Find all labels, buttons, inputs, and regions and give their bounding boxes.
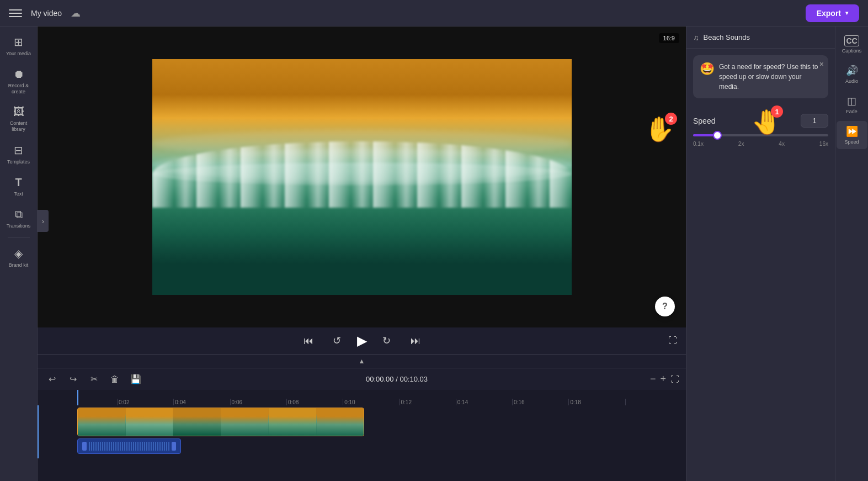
audio-icon: 🔊 [846, 65, 858, 77]
tooltip-popup: × 🤩 Got a need for speed? Use this to sp… [693, 55, 828, 98]
record-create-icon: ⏺ [13, 68, 24, 81]
speed-header: Speed [693, 114, 828, 128]
sound-bar: ♫ Beach Sounds [686, 27, 835, 49]
delete-button[interactable]: 🗑 [107, 372, 123, 387]
export-button[interactable]: Export ▾ [806, 4, 859, 22]
speed-icon-label: Speed [844, 139, 859, 145]
speed-mark-16x: 16x [819, 141, 828, 147]
playback-controls: ⏮ ↺ ▶ ↻ ⏭ ⛶ [38, 327, 686, 354]
cloud-save-icon: ☁ [71, 7, 81, 19]
menu-icon[interactable] [9, 7, 22, 20]
ruler-mark-002: 0:02 [117, 399, 173, 405]
music-icon: ♫ [693, 33, 699, 42]
sidebar-label-record-create: Record &create [8, 83, 29, 95]
video-canvas [152, 59, 572, 295]
speed-panel-item[interactable]: ⏩ Speed [837, 121, 867, 149]
speed-slider-container [693, 134, 828, 136]
your-media-icon: ⊞ [14, 35, 23, 49]
right-icons-bar: CC Captions 🔊 Audio ◫ Fade ⏩ Speed [835, 27, 868, 481]
wave-detail-2 [152, 163, 572, 185]
audio-drag-handle-right[interactable] [172, 442, 176, 451]
main-content: ⊞ Your media ⏺ Record &create 🖼 Contentl… [0, 27, 868, 481]
timeline-fullscreen-button[interactable]: ⛶ [670, 374, 679, 384]
ruler-mark-018: 0:18 [568, 399, 625, 405]
sidebar-divider [8, 237, 30, 238]
audio-panel-item[interactable]: 🔊 Audio [837, 60, 867, 88]
sidebar-item-content-library[interactable]: 🖼 Contentlibrary [2, 101, 35, 137]
audio-drag-handle-left[interactable] [82, 442, 87, 451]
aspect-ratio-badge: 16:9 [659, 33, 679, 43]
topbar: My video ☁ Export ▾ [0, 0, 868, 27]
undo-button[interactable]: ↩ [44, 372, 60, 387]
speed-marks: 0.1x 2x 4x 16x [693, 141, 828, 147]
sidebar-label-content-library: Contentlibrary [10, 120, 28, 133]
timeline-collapse-button[interactable]: ▲ [38, 355, 686, 368]
brand-kit-icon: ◈ [14, 247, 23, 260]
ruler-mark-008: 0:08 [286, 399, 343, 405]
skip-back-button[interactable]: ⏮ [300, 332, 317, 350]
cut-button[interactable]: ✂ [86, 372, 102, 387]
timeline-collapse-top: ▲ [38, 354, 686, 368]
left-sidebar: ⊞ Your media ⏺ Record &create 🖼 Contentl… [0, 27, 38, 481]
sidebar-item-text[interactable]: T Text [2, 172, 35, 202]
fullscreen-button[interactable]: ⛶ [668, 336, 677, 346]
sidebar-item-brand-kit[interactable]: ◈ Brand kit [2, 242, 35, 273]
text-icon: T [15, 176, 22, 189]
fade-panel-item[interactable]: ◫ Fade [837, 91, 867, 119]
sidebar-item-record-create[interactable]: ⏺ Record &create [2, 64, 35, 99]
forward-button[interactable]: ↻ [378, 332, 396, 350]
sound-title: Beach Sounds [704, 33, 829, 41]
skip-forward-button[interactable]: ⏭ [407, 332, 424, 350]
right-panel: ♫ Beach Sounds × 🤩 Got a need for speed?… [686, 27, 835, 481]
sidebar-item-transitions[interactable]: ⧉ Transitions [2, 204, 35, 234]
ruler-mark-012: 0:12 [399, 399, 455, 405]
project-title[interactable]: My video [31, 9, 62, 18]
tooltip-close-button[interactable]: × [819, 60, 824, 68]
tooltip-emoji: 🤩 [700, 62, 715, 76]
timeline-tracks [38, 405, 686, 458]
sidebar-label-transitions: Transitions [7, 223, 31, 229]
help-button[interactable]: ? [655, 297, 675, 316]
captions-icon: CC [844, 35, 859, 46]
speed-slider-track[interactable] [693, 134, 828, 136]
ruler-playhead [77, 390, 78, 405]
playhead-line [38, 405, 39, 458]
play-button[interactable]: ▶ [357, 333, 367, 348]
audio-clip[interactable] [77, 438, 181, 454]
ruler-marks: 0:02 0:04 0:06 0:08 0:10 0:12 0:14 0:16 … [77, 399, 681, 405]
ruler-mark-0 [77, 399, 117, 405]
audio-track-row [77, 438, 681, 454]
ruler-mark-016: 0:16 [512, 399, 568, 405]
captions-label: Captions [842, 48, 862, 54]
sidebar-collapse-button[interactable]: › [38, 210, 49, 232]
video-clip-thumbnail [78, 408, 364, 436]
thumbnail-strip [78, 408, 364, 436]
center-area: 16:9 ? ⏮ ↺ ▶ ↻ ⏭ ⛶ ▲ [38, 27, 686, 481]
sidebar-label-brand-kit: Brand kit [9, 262, 29, 268]
tooltip-text: Got a need for speed? Use this to speed … [719, 62, 822, 92]
speed-mark-4x: 4x [779, 141, 785, 147]
sidebar-item-templates[interactable]: ⊟ Templates [2, 139, 35, 170]
redo-button[interactable]: ↪ [65, 372, 81, 387]
speed-mark-01x: 0.1x [693, 141, 704, 147]
sidebar-item-your-media[interactable]: ⊞ Your media [2, 31, 35, 61]
video-preview-area: 16:9 ? [38, 27, 686, 327]
audio-waveform [89, 442, 169, 451]
save-button[interactable]: 💾 [128, 372, 143, 387]
rewind-button[interactable]: ↺ [328, 332, 346, 350]
templates-icon: ⊟ [14, 144, 23, 157]
timeline-ruler: 0:02 0:04 0:06 0:08 0:10 0:12 0:14 0:16 … [38, 390, 686, 405]
timeline-time: 00:00.00 / 00:10.03 [149, 375, 645, 383]
timeline-toolbar: ↩ ↪ ✂ 🗑 💾 00:00.00 / 00:10.03 − + ⛶ [38, 368, 686, 390]
ruler-mark-010: 0:10 [343, 399, 399, 405]
fade-label: Fade [846, 109, 858, 114]
speed-slider-thumb[interactable] [713, 131, 722, 140]
wave-detail-3 [152, 130, 572, 157]
video-clip[interactable] [77, 408, 364, 436]
captions-panel-item[interactable]: CC Captions [837, 31, 867, 58]
speed-label: Speed [693, 117, 715, 125]
zoom-in-button[interactable]: + [660, 373, 666, 385]
zoom-out-button[interactable]: − [650, 373, 656, 385]
speed-input[interactable] [801, 114, 828, 128]
fade-icon: ◫ [847, 95, 856, 107]
